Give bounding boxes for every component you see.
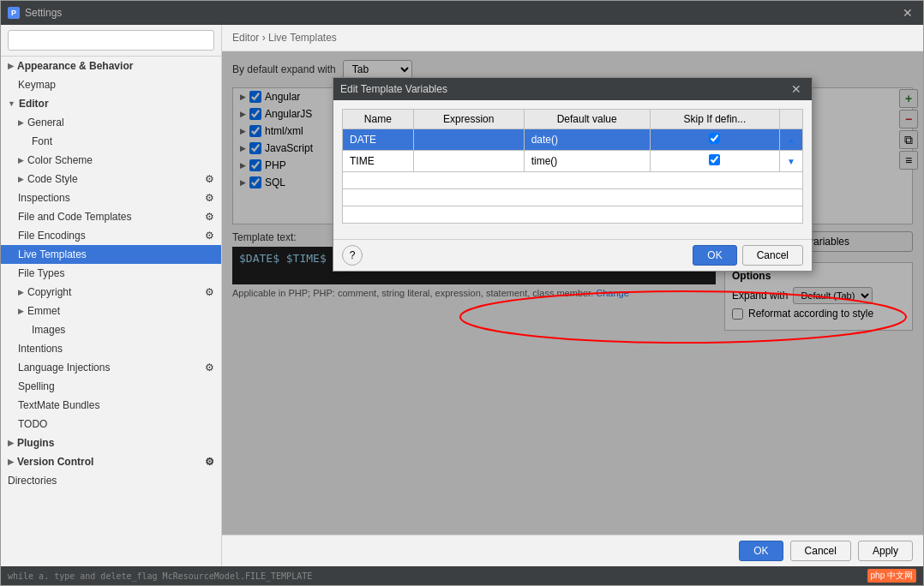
- ok-button[interactable]: OK: [739, 541, 783, 561]
- search-input[interactable]: [8, 30, 214, 51]
- sidebar-item-intentions[interactable]: Intentions: [1, 339, 221, 358]
- expand-arrow-plugins: ▶: [8, 439, 14, 447]
- bottom-bar-text: while a. type and delete_flag McResource…: [8, 571, 312, 581]
- settings-window: P Settings ✕ ▶ Appearance & Behavior Key…: [0, 0, 924, 586]
- code-style-icon: ⚙: [205, 173, 214, 185]
- apply-button[interactable]: Apply: [858, 541, 913, 561]
- expand-arrow-editor: ▼: [8, 99, 15, 108]
- expand-arrow-emmet: ▶: [18, 307, 24, 315]
- sidebar-item-language-injections[interactable]: Language Injections ⚙: [1, 358, 221, 377]
- modal-title-bar: Edit Template Variables ✕: [333, 78, 812, 100]
- sidebar-label-copyright: Copyright: [27, 286, 71, 298]
- modal-title: Edit Template Variables: [340, 83, 447, 95]
- sidebar-item-file-encodings[interactable]: File Encodings ⚙: [1, 226, 221, 245]
- main-panel: Editor › Live Templates By default expan…: [222, 25, 923, 566]
- sidebar-label-spelling: Spelling: [18, 380, 55, 392]
- title-bar-left: P Settings: [8, 7, 62, 19]
- cell-date-expression[interactable]: [413, 129, 524, 151]
- app-icon: P: [8, 7, 20, 19]
- sidebar-label-file-types: File Types: [18, 267, 64, 279]
- inspections-icon: ⚙: [205, 192, 214, 204]
- sidebar-label-live-templates: Live Templates: [18, 248, 87, 260]
- bottom-bar: while a. type and delete_flag McResource…: [1, 566, 923, 585]
- cell-time-name: TIME: [343, 151, 414, 172]
- sidebar-item-font[interactable]: Font: [1, 132, 221, 151]
- sidebar-item-code-style[interactable]: ▶ Code Style ⚙: [1, 170, 221, 188]
- file-code-templates-icon: ⚙: [205, 211, 214, 223]
- sidebar-label-version-control: Version Control: [17, 456, 93, 468]
- cancel-button[interactable]: Cancel: [790, 541, 851, 561]
- sidebar-label-language-injections: Language Injections: [18, 362, 110, 374]
- expand-arrow-copyright: ▶: [18, 288, 24, 296]
- main-content: By default expand with Tab Enter Space ▶…: [222, 51, 923, 535]
- window-title: Settings: [25, 7, 62, 19]
- sidebar-item-file-types[interactable]: File Types: [1, 264, 221, 283]
- checkbox-date-skip[interactable]: [709, 133, 720, 144]
- sidebar-item-version-control[interactable]: ▶ Version Control ⚙: [1, 452, 221, 471]
- sidebar-label-emmet: Emmet: [27, 305, 60, 317]
- cell-date-default: date(): [524, 129, 650, 151]
- red-circle-annotation: [452, 287, 915, 347]
- sidebar-label-general: General: [27, 117, 64, 129]
- cell-date-name: DATE: [343, 129, 414, 151]
- row-empty-1: [343, 172, 803, 189]
- modal-content: Name Expression Default value Skip If de…: [333, 100, 812, 239]
- cell-time-skip: [650, 151, 779, 172]
- sidebar-label-intentions: Intentions: [18, 343, 63, 355]
- sidebar-item-appearance[interactable]: ▶ Appearance & Behavior: [1, 57, 221, 75]
- cell-time-default: time(): [524, 151, 650, 172]
- modal-table: Name Expression Default value Skip If de…: [342, 109, 803, 224]
- sidebar-item-todo[interactable]: TODO: [1, 415, 221, 434]
- checkbox-time-skip[interactable]: [709, 154, 720, 165]
- modal-overlay: Edit Template Variables ✕: [222, 51, 923, 535]
- sidebar-label-editor: Editor: [19, 98, 49, 110]
- sidebar-item-images[interactable]: Images: [1, 320, 221, 339]
- close-button[interactable]: ✕: [899, 6, 916, 20]
- sidebar-item-textmate-bundles[interactable]: TextMate Bundles: [1, 396, 221, 415]
- row-date[interactable]: DATE date() ▲: [343, 129, 803, 151]
- sidebar-label-color-scheme: Color Scheme: [27, 154, 93, 166]
- sidebar-item-file-code-templates[interactable]: File and Code Templates ⚙: [1, 207, 221, 226]
- modal-ok-button[interactable]: OK: [693, 245, 736, 266]
- sidebar-item-editor[interactable]: ▼ Editor: [1, 94, 221, 113]
- edit-template-variables-modal: Edit Template Variables ✕: [333, 77, 813, 272]
- sidebar-item-keymap[interactable]: Keymap: [1, 75, 221, 94]
- col-name: Name: [343, 110, 414, 129]
- modal-footer-buttons: OK Cancel: [693, 245, 803, 266]
- sidebar-label-textmate-bundles: TextMate Bundles: [18, 399, 99, 411]
- content-area: ▶ Appearance & Behavior Keymap ▼ Editor …: [1, 25, 923, 566]
- cell-time-arrow: ▼: [780, 151, 803, 172]
- expand-arrow-code-style: ▶: [18, 175, 24, 183]
- down-arrow-time: ▼: [787, 157, 795, 166]
- expand-arrow-vc: ▶: [8, 457, 14, 466]
- modal-footer: ? OK Cancel: [333, 239, 812, 271]
- sidebar-label-file-code-templates: File and Code Templates: [18, 211, 132, 223]
- cell-date-arrow: ▲: [780, 129, 803, 151]
- row-time[interactable]: TIME time() ▼: [343, 151, 803, 172]
- sidebar-item-plugins[interactable]: ▶ Plugins: [1, 434, 221, 452]
- breadcrumb: Editor › Live Templates: [222, 25, 923, 51]
- modal-close-button[interactable]: ✕: [788, 82, 805, 96]
- expand-arrow-color-scheme: ▶: [18, 156, 24, 164]
- sidebar-item-spelling[interactable]: Spelling: [1, 377, 221, 396]
- sidebar-label-file-encodings: File Encodings: [18, 230, 86, 242]
- sidebar-item-color-scheme[interactable]: ▶ Color Scheme: [1, 151, 221, 170]
- sidebar-item-inspections[interactable]: Inspections ⚙: [1, 188, 221, 207]
- sidebar-item-emmet[interactable]: ▶ Emmet: [1, 302, 221, 320]
- help-button[interactable]: ?: [342, 245, 363, 266]
- sidebar-item-copyright[interactable]: ▶ Copyright ⚙: [1, 283, 221, 302]
- sidebar-item-general[interactable]: ▶ General: [1, 113, 221, 132]
- sidebar-item-live-templates[interactable]: Live Templates: [1, 245, 221, 264]
- expand-arrow-appearance: ▶: [8, 62, 14, 70]
- cell-time-expression[interactable]: [413, 151, 524, 172]
- expand-arrow-general: ▶: [18, 118, 24, 127]
- up-arrow-date: ▲: [787, 135, 795, 145]
- bottom-buttons: OK Cancel Apply: [222, 535, 923, 566]
- modal-cancel-button[interactable]: Cancel: [742, 245, 803, 266]
- row-empty-2: [343, 189, 803, 206]
- sidebar-item-directories[interactable]: Directories: [1, 471, 221, 490]
- title-bar-controls: ✕: [899, 6, 916, 20]
- col-arrows: [780, 110, 803, 129]
- sidebar-label-directories: Directories: [8, 475, 57, 487]
- file-encodings-icon: ⚙: [205, 230, 214, 242]
